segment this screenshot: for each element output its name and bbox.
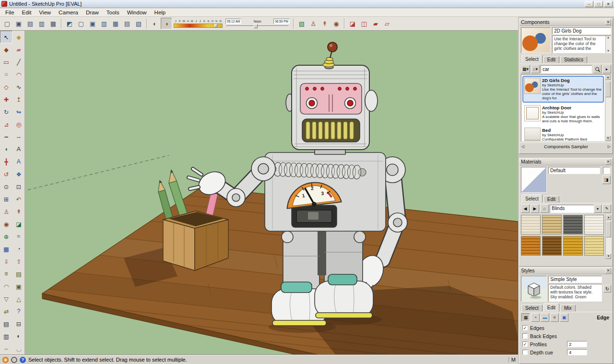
fog-button[interactable]: ∽ <box>0 342 12 355</box>
tab-statistics[interactable]: Statistics <box>560 56 587 63</box>
geolocation-icon[interactable] <box>2 357 9 363</box>
stamp-button[interactable]: ▣ <box>12 280 25 293</box>
rotate-button[interactable]: ↻ <box>0 106 12 118</box>
back-button[interactable]: ◀ <box>521 204 530 213</box>
push-pull-button[interactable]: ↥ <box>12 93 25 106</box>
tab-edit[interactable]: Edit <box>543 303 559 312</box>
search-button[interactable] <box>593 65 602 73</box>
scroll-down-icon[interactable]: ▼ <box>605 136 611 141</box>
position-camera-button[interactable]: ♙ <box>307 18 319 29</box>
section-plane-button[interactable]: ◪ <box>347 18 358 29</box>
camera-bottom-button[interactable]: ▧ <box>133 18 144 29</box>
eraser-button[interactable]: ▰ <box>12 43 25 56</box>
photo-textures-button[interactable]: ▦ <box>0 243 12 255</box>
shadow-month-slider-thumb[interactable] <box>214 24 217 27</box>
tab-edit[interactable]: Edit <box>543 196 559 203</box>
scroll-up-icon[interactable]: ▲ <box>605 75 611 80</box>
tab-select[interactable]: Select <box>521 305 543 312</box>
maximize-button[interactable]: □ <box>594 1 603 7</box>
share-model-button[interactable]: ⇧ <box>12 255 25 268</box>
instructor-button[interactable]: ? <box>12 305 25 317</box>
credits-icon[interactable] <box>11 357 17 363</box>
face-settings-icon[interactable]: ◔ <box>531 313 540 322</box>
shadow-time-slider-thumb[interactable] <box>254 24 258 28</box>
from-contours-button[interactable]: ≡ <box>0 268 12 280</box>
component-item-archtop-door[interactable]: Archtop Door by SketchUp A scalable door… <box>522 103 604 125</box>
depth-cue-value[interactable]: 4 <box>567 349 587 355</box>
tab-select[interactable]: Select <box>521 55 543 63</box>
camera-iso-button[interactable]: ◩ <box>64 18 75 29</box>
material-swatch-blinds-white[interactable] <box>584 215 604 235</box>
scroll-down-icon[interactable]: ▼ <box>606 254 611 259</box>
zoom-window-button[interactable]: ⊡ <box>12 180 25 193</box>
app-icon[interactable] <box>1 1 7 7</box>
watermark-settings-icon[interactable]: ❖ <box>550 313 559 322</box>
add-detail-button[interactable]: △ <box>12 293 25 305</box>
camera-front-button[interactable]: ▣ <box>87 18 98 29</box>
axes-button[interactable]: ╋ <box>0 155 12 168</box>
outliner-button[interactable]: ⊟ <box>12 317 25 330</box>
position-camera-button[interactable]: ♙ <box>0 205 12 218</box>
home-button[interactable]: ⌂ <box>540 204 549 213</box>
dimension-button[interactable]: ↔ <box>12 130 25 143</box>
model-info-button[interactable]: ▦ <box>47 18 59 29</box>
move-button[interactable]: ✚ <box>0 93 12 106</box>
paint-sample-swatch[interactable] <box>603 167 610 174</box>
profiles-value[interactable]: 2 <box>567 341 587 347</box>
3d-text-button[interactable]: A <box>12 155 25 168</box>
walk-button[interactable]: ↟ <box>319 18 331 29</box>
background-settings-icon[interactable]: ▬ <box>541 313 549 322</box>
help-icon[interactable]: ? <box>20 357 26 363</box>
component-item-2d-girls-dog[interactable]: 2D Girls Dog by SketchUp Use the Interac… <box>522 76 604 103</box>
collection-next-button[interactable]: ▷ <box>607 144 612 149</box>
material-swatch-blinds-gold[interactable] <box>563 236 583 256</box>
edges-checkbox[interactable]: ✓ <box>522 325 528 330</box>
look-around-button[interactable]: ◉ <box>0 218 12 230</box>
line-button[interactable]: ╱ <box>12 56 25 68</box>
scrollbar-thumb[interactable] <box>605 81 611 97</box>
section-fill-button[interactable]: ▱ <box>381 18 393 29</box>
menu-edit[interactable]: Edit <box>18 9 35 16</box>
chevron-down-icon[interactable]: ▼ <box>594 205 602 213</box>
drape-button[interactable]: ▽ <box>0 293 12 305</box>
circle-button[interactable]: ○ <box>0 68 12 81</box>
menu-camera[interactable]: Camera <box>55 9 82 16</box>
shadow-month-slider[interactable] <box>174 23 223 28</box>
tab-mix[interactable]: Mix <box>560 305 576 312</box>
walk-button[interactable]: ↟ <box>12 205 25 218</box>
material-swatch-blinds-charcoal[interactable] <box>563 215 583 235</box>
camera-top-button[interactable]: ▢ <box>75 18 87 29</box>
smoove-button[interactable]: ◠ <box>0 280 12 293</box>
layers-button[interactable]: ▤ <box>0 317 12 330</box>
sample-paint-button[interactable]: ✎ <box>602 204 611 213</box>
close-button[interactable]: ✕ <box>604 1 613 7</box>
shadows-tool-button[interactable]: ◐ <box>12 330 25 342</box>
camera-left-button[interactable]: ▤ <box>121 18 133 29</box>
components-list-scrollbar[interactable]: ▲ ▼ <box>605 75 611 141</box>
camera-back-button[interactable]: ▦ <box>110 18 121 29</box>
components-search-input[interactable] <box>541 65 592 73</box>
rectangle-button[interactable]: ▭ <box>0 56 12 68</box>
select-button[interactable]: ↖ <box>0 31 12 43</box>
orbit-button[interactable]: ↺ <box>0 168 12 180</box>
material-swatch-blinds-walnut[interactable] <box>542 236 562 256</box>
scale-button[interactable]: ⊿ <box>0 118 12 130</box>
get-models-button[interactable]: ⇩ <box>0 255 12 268</box>
protractor-button[interactable]: ◖ <box>0 143 12 155</box>
open-model-button[interactable]: ▣ <box>13 18 24 29</box>
menu-file[interactable]: File <box>1 9 18 16</box>
materials-collection-dropdown[interactable]: Blinds ▼ <box>550 205 602 213</box>
menu-draw[interactable]: Draw <box>82 9 103 16</box>
previous-view-button[interactable]: ↶ <box>12 193 25 205</box>
refresh-style-icon[interactable]: ↻ <box>603 285 611 293</box>
zoom-extents-button[interactable]: ⊞ <box>0 193 12 205</box>
make-component-button[interactable]: ◈ <box>12 31 25 43</box>
materials-scrollbar[interactable]: ▲ ▼ <box>605 215 611 259</box>
edge-settings-icon[interactable]: ▦ <box>521 313 530 322</box>
shadow-time-start[interactable]: 05:12 AM <box>225 19 241 24</box>
materials-close-icon[interactable]: × <box>605 159 611 164</box>
toggle-terrain-button[interactable]: ≈ <box>12 230 25 243</box>
from-scratch-button[interactable]: ▤ <box>12 268 25 280</box>
paint-bucket-button[interactable]: ◆ <box>0 43 12 56</box>
pan-button[interactable]: ❖ <box>12 168 25 180</box>
